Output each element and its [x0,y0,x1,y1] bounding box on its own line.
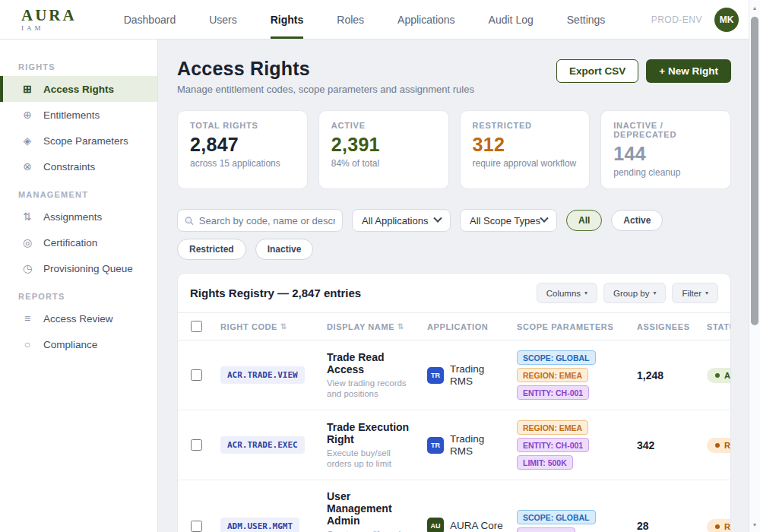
sidebar-section: REPORTS ≡ Access Review ○ Compliance [0,292,157,357]
table-action-label: Columns [546,289,581,298]
sort-icon: ⇅ [397,322,404,331]
column-header-label: DISPLAY NAME [327,322,394,331]
sidebar-section-title: RIGHTS [18,62,157,71]
status-badge: Restricted [707,519,731,532]
sidebar-item-label: Entitlements [43,109,100,121]
status-badge: Restricted [707,438,731,453]
table-action-button[interactable]: Filter ▾ [672,283,718,303]
nav-item-label: Audit Log [489,14,534,26]
nav-item[interactable]: Roles [337,0,364,39]
search-input[interactable] [199,215,335,226]
row-select-cell [178,369,214,381]
scope-parameters-cell: SCOPE: GLOBAL REGION: EMEA ENTITY: CH-00… [511,350,631,400]
column-header-label: RIGHT CODE [220,322,277,331]
filter-pill[interactable]: Inactive [255,239,314,260]
stat-label: INACTIVE / DEPRECATED [613,121,718,139]
assignees-count: 1,248 [637,369,663,382]
table-action-button[interactable]: Columns ▾ [537,283,597,303]
vertical-scrollbar[interactable]: ▲ ▼ [749,0,760,532]
row-checkbox[interactable] [191,521,202,532]
filter-pill-label: Restricted [189,244,234,255]
select-all-checkbox[interactable] [191,321,202,332]
scrollbar-thumb[interactable] [751,17,758,325]
table-row[interactable]: ACR.TRADE.EXEC Trade Execution Right Exe… [178,410,731,480]
column-header[interactable]: ASSIGNEES ⇅ [631,322,701,331]
column-header[interactable]: DISPLAY NAME ⇅ [321,322,421,331]
table-row[interactable]: ACR.TRADE.VIEW Trade Read Access View tr… [178,340,731,410]
sidebar-item[interactable]: ≡ Access Review [0,306,157,331]
applications-dropdown-value: All Applications [362,215,428,226]
scroll-up-icon[interactable]: ▲ [749,2,760,13]
stat-card: TOTAL RIGHTS 2,847 across 15 application… [177,110,308,189]
caret-down-icon: ▾ [653,290,656,296]
stat-label: RESTRICTED [473,121,578,130]
table-action-label: Group by [613,289,649,298]
chevron-down-icon [433,214,442,223]
table-action-button[interactable]: Group by ▾ [603,283,666,303]
sidebar-item[interactable]: ◈ Scope Parameters [0,128,157,154]
sidebar-item[interactable]: ⊞ Access Rights [0,76,157,102]
stat-card: RESTRICTED 312 require approval workflow [460,110,591,189]
sidebar-item[interactable]: ◎ Certification [0,230,157,255]
row-select-cell [178,521,214,532]
main-content: Access Rights Manage entitlement codes, … [158,40,749,532]
filter-pill[interactable]: Active [611,210,663,231]
row-checkbox[interactable] [191,439,202,451]
application-name: Trading RMS [450,363,505,387]
table-row[interactable]: ADM.USER.MGMT User Management Admin Crea… [178,480,731,532]
stat-label: ACTIVE [331,121,436,130]
column-header[interactable]: STATUS ⇅ [701,322,731,331]
sidebar-item[interactable]: ⇅ Assignments [0,204,157,230]
right-code-chip: ACR.TRADE.VIEW [220,366,305,384]
user-avatar[interactable]: MK [714,8,739,32]
page-title: Access Rights [177,58,474,80]
table-title: Rights Registry — 2,847 entries [190,287,361,299]
right-code-chip: ACR.TRADE.EXEC [220,436,305,454]
scroll-down-icon[interactable]: ▼ [749,519,760,530]
stat-label: TOTAL RIGHTS [190,121,295,130]
column-header[interactable]: APPLICATION ⇅ [421,322,511,331]
column-header[interactable]: RIGHT CODE ⇅ [214,322,321,331]
nav-item[interactable]: Dashboard [124,0,176,39]
right-description: View trading records and positions [327,378,415,400]
right-description: Create, modify and deactivate user accou… [327,529,415,532]
table-body: ACR.TRADE.VIEW Trade Read Access View tr… [178,340,730,532]
filter-pill[interactable]: Restricted [177,239,246,260]
nav-item[interactable]: Audit Log [489,0,534,39]
filter-pill[interactable]: All [566,210,602,231]
sidebar-item[interactable]: ⊗ Constraints [0,154,157,179]
row-select-cell [178,439,214,451]
nav-item[interactable]: Users [209,0,237,39]
circle-x-icon: ⊗ [21,160,33,173]
environment-badge: PROD-ENV [651,14,702,25]
stat-value: 144 [613,143,718,165]
nav-item[interactable]: Applications [397,0,455,39]
row-checkbox[interactable] [191,369,202,381]
search-icon [185,216,194,226]
export-csv-button[interactable]: Export CSV [556,59,638,83]
right-display-name: Trade Execution Right [327,421,415,445]
sidebar-item[interactable]: ⊕ Entitlements [0,102,157,128]
application-name: AURA Core [450,520,503,532]
stat-value: 2,847 [190,134,295,156]
new-right-button[interactable]: + New Right [646,59,731,83]
scope-chip: ENTITY: CH-001 [517,438,589,452]
chevron-down-icon [540,214,548,223]
right-code-chip: ADM.USER.MGMT [220,518,299,532]
stat-subtext: 84% of total [331,158,436,169]
stat-card: INACTIVE / DEPRECATED 144 pending cleanu… [600,110,731,189]
scope-types-dropdown[interactable]: All Scope Types [460,209,557,232]
nav-item-label: Users [209,14,237,26]
right-description: Execute buy/sell orders up to limit [327,448,415,470]
sidebar-item[interactable]: ◷ Provisioning Queue [0,255,157,281]
nav-item[interactable]: Settings [567,0,606,39]
application-badge: TR [427,437,444,454]
column-header[interactable]: SCOPE PARAMETERS ⇅ [511,322,631,331]
stat-subtext: across 15 applications [190,158,295,169]
status-dot-icon [715,373,720,378]
filter-bar: All Applications All Scope Types All Act… [177,209,731,260]
scope-chip: LIMIT: 500K [517,455,573,470]
nav-item[interactable]: Rights [271,0,304,39]
sidebar-item[interactable]: ○ Compliance [0,331,157,357]
applications-dropdown[interactable]: All Applications [352,209,451,232]
